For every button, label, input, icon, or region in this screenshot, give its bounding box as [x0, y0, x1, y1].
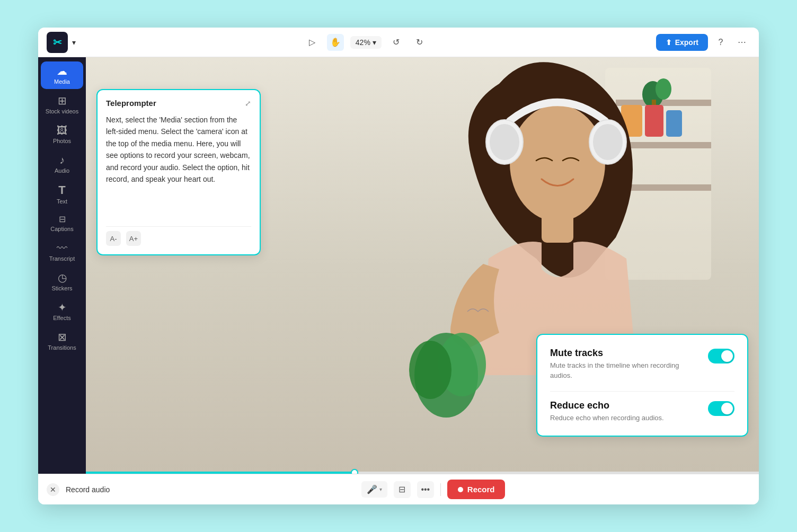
sidebar-label-transitions: Transitions — [48, 344, 76, 351]
project-dropdown[interactable]: ▾ — [72, 38, 76, 47]
play-tool-button[interactable]: ▷ — [304, 34, 321, 51]
more-options-button[interactable]: ⋯ — [733, 34, 750, 51]
font-decrease-button[interactable]: A- — [106, 231, 121, 246]
audio-icon: ♪ — [59, 155, 65, 165]
sidebar-label-media: Media — [54, 78, 70, 85]
mute-tracks-setting: Mute tracks Mute tracks in the timeline … — [550, 348, 734, 380]
svg-rect-20 — [542, 211, 573, 243]
svg-rect-17 — [645, 105, 663, 137]
stickers-icon: ◷ — [58, 272, 67, 283]
caption-icon: ⊟ — [398, 484, 405, 494]
more-dots-icon: ••• — [421, 485, 430, 494]
bottom-bar: ✕ Record audio 🎤 ▾ ⊟ ••• Record — [38, 474, 759, 504]
sidebar-item-transcript[interactable]: 〰 Transcript — [41, 238, 83, 266]
mute-tracks-toggle[interactable] — [708, 349, 734, 363]
close-record-button[interactable]: ✕ — [47, 483, 59, 496]
hand-tool-button[interactable]: ✋ — [327, 34, 344, 51]
header-toolbar: ▷ ✋ 42% ▾ ↺ ↻ — [80, 34, 652, 51]
export-label: Export — [675, 38, 698, 47]
timeline-fill — [86, 472, 355, 474]
sidebar-item-stickers[interactable]: ◷ Stickers — [41, 268, 83, 296]
canvas-area: Teleprompter ⤢ Next, select the 'Media' … — [86, 57, 759, 474]
toggle-knob — [721, 350, 733, 362]
sidebar-label-stock-videos: Stock videos — [46, 108, 78, 114]
record-dot-icon — [458, 487, 463, 492]
sidebar-label-stickers: Stickers — [51, 285, 72, 291]
close-icon: ✕ — [50, 485, 56, 494]
sidebar-item-effects[interactable]: ✦ Effects — [41, 298, 83, 325]
mic-icon: 🎤 — [367, 484, 377, 494]
reduce-echo-title: Reduce echo — [550, 400, 699, 411]
redo-icon: ↻ — [416, 37, 423, 47]
sidebar-label-text: Text — [57, 198, 67, 205]
mute-tracks-text: Mute tracks Mute tracks in the timeline … — [550, 348, 699, 380]
teleprompter-panel: Teleprompter ⤢ Next, select the 'Media' … — [96, 89, 261, 255]
stock-videos-icon: ⊞ — [58, 95, 67, 106]
play-icon: ▷ — [309, 37, 315, 47]
effects-icon: ✦ — [58, 302, 67, 313]
help-icon: ? — [719, 38, 723, 47]
export-button[interactable]: ⬆ Export — [656, 34, 708, 51]
sidebar-item-media[interactable]: ☁ Media — [41, 61, 83, 89]
sidebar: ☁ Media ⊞ Stock videos 🖼 Photos ♪ Audio … — [38, 57, 86, 474]
media-icon: ☁ — [57, 66, 67, 76]
expand-icon[interactable]: ⤢ — [245, 99, 251, 108]
font-increase-button[interactable]: A+ — [126, 231, 141, 246]
sidebar-label-transcript: Transcript — [49, 255, 75, 262]
main-layout: ☁ Media ⊞ Stock videos 🖼 Photos ♪ Audio … — [38, 57, 759, 474]
photos-icon: 🖼 — [57, 125, 67, 136]
svg-rect-18 — [666, 110, 682, 137]
sidebar-item-photos[interactable]: 🖼 Photos — [41, 121, 83, 148]
record-button-label: Record — [467, 485, 495, 494]
toggle-knob-2 — [721, 403, 733, 414]
sidebar-label-photos: Photos — [53, 138, 71, 144]
sidebar-item-transitions[interactable]: ⊠ Transitions — [41, 327, 83, 355]
mic-chevron: ▾ — [379, 486, 382, 492]
record-button[interactable]: Record — [447, 480, 506, 499]
undo-button[interactable]: ↺ — [388, 34, 405, 51]
transitions-icon: ⊠ — [58, 332, 67, 342]
sidebar-label-audio: Audio — [55, 167, 69, 174]
header-right: ⬆ Export ? ⋯ — [656, 34, 750, 51]
record-audio-label: Record audio — [66, 485, 110, 494]
sidebar-label-captions: Captions — [50, 226, 73, 232]
svg-point-27 — [409, 341, 451, 399]
sidebar-label-effects: Effects — [53, 315, 70, 321]
separator — [440, 483, 441, 496]
settings-panel: Mute tracks Mute tracks in the timeline … — [536, 334, 748, 437]
export-icon: ⬆ — [666, 38, 672, 47]
more-icon: ⋯ — [738, 37, 746, 47]
transcript-icon: 〰 — [57, 243, 67, 253]
timeline-progress-bar[interactable] — [86, 472, 759, 474]
text-icon: T — [58, 184, 65, 196]
svg-point-14 — [656, 78, 671, 100]
dropdown-chevron: ▾ — [72, 38, 76, 47]
mic-select-button[interactable]: 🎤 ▾ — [361, 481, 387, 498]
sidebar-item-audio[interactable]: ♪ Audio — [41, 150, 83, 178]
header-left: ✂ ▾ — [47, 32, 76, 53]
timeline-thumb[interactable] — [351, 469, 358, 474]
zoom-value: 42% — [356, 38, 370, 47]
teleprompter-header: Teleprompter ⤢ — [106, 99, 251, 108]
sidebar-item-stock-videos[interactable]: ⊞ Stock videos — [41, 91, 83, 119]
reduce-echo-description: Reduce echo when recording audios. — [550, 413, 699, 423]
caption-button[interactable]: ⊟ — [394, 481, 411, 498]
svg-point-19 — [510, 105, 605, 221]
captions-icon: ⊟ — [59, 215, 66, 224]
help-button[interactable]: ? — [712, 34, 729, 51]
teleprompter-body: Next, select the 'Media' section from th… — [106, 114, 251, 220]
header: ✂ ▾ ▷ ✋ 42% ▾ ↺ ↻ ⬆ — [38, 28, 759, 57]
mute-tracks-description: Mute tracks in the timeline when recordi… — [550, 361, 699, 380]
sidebar-item-captions[interactable]: ⊟ Captions — [41, 211, 83, 236]
divider — [550, 391, 734, 392]
redo-button[interactable]: ↻ — [411, 34, 428, 51]
bottom-center-controls: 🎤 ▾ ⊟ ••• Record — [116, 480, 750, 499]
zoom-chevron: ▾ — [373, 38, 376, 47]
more-options-button-bottom[interactable]: ••• — [417, 481, 434, 498]
reduce-echo-toggle[interactable] — [708, 401, 734, 416]
teleprompter-title: Teleprompter — [106, 99, 156, 108]
app-logo: ✂ — [47, 32, 68, 53]
zoom-control[interactable]: 42% ▾ — [350, 36, 382, 49]
reduce-echo-text: Reduce echo Reduce echo when recording a… — [550, 400, 699, 423]
sidebar-item-text[interactable]: T Text — [41, 180, 83, 209]
